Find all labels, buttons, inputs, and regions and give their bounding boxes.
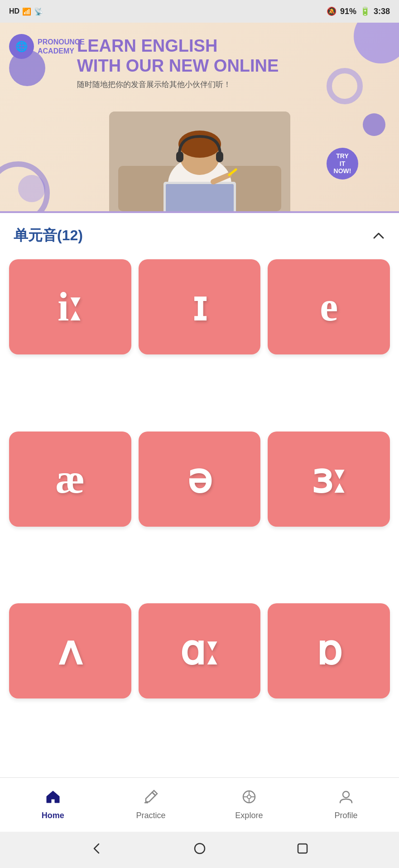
nav-home[interactable]: Home xyxy=(30,786,76,824)
nav-profile[interactable]: Profile xyxy=(323,786,369,824)
svg-rect-6 xyxy=(216,151,223,162)
banner-illustration xyxy=(109,112,290,211)
battery-text: 91% xyxy=(340,7,356,16)
banner-subtitle: 随时随地把你的发音展示给其他小伙伴们听！ xyxy=(77,79,385,90)
svg-point-18 xyxy=(343,791,349,798)
nav-practice-label: Practice xyxy=(136,811,166,820)
home-button[interactable] xyxy=(193,842,206,858)
practice-icon xyxy=(143,789,159,808)
system-nav xyxy=(0,832,399,868)
bottom-nav: Home Practice Explore xyxy=(0,777,399,832)
status-bar: HD 📶 📡 🔕 91% 🔋 3:38 xyxy=(0,0,399,23)
recents-button[interactable] xyxy=(296,842,309,858)
phoneme-card-8[interactable]: ɒ xyxy=(268,603,390,698)
phoneme-card-0[interactable]: iː xyxy=(9,259,131,354)
phoneme-symbol-7: ɑː xyxy=(180,630,219,671)
status-right: 🔕 91% 🔋 3:38 xyxy=(327,6,390,16)
phoneme-symbol-0: iː xyxy=(58,286,82,327)
banner-text-content: LEARN ENGLISH WITH OUR NEW ONLINE 随时随地把你… xyxy=(0,23,399,90)
nav-profile-label: Profile xyxy=(335,811,358,820)
phoneme-symbol-5: ɜː xyxy=(311,459,346,499)
promo-banner[interactable]: 🌐 PRONOUNCE ACADEMY LEARN ENGLISH WITH O… xyxy=(0,23,399,213)
status-left: HD 📶 📡 xyxy=(9,7,43,16)
nav-explore-label: Explore xyxy=(235,811,263,820)
svg-rect-20 xyxy=(298,844,307,853)
phoneme-card-6[interactable]: ʌ xyxy=(9,603,131,698)
svg-rect-5 xyxy=(176,151,183,162)
svg-rect-8 xyxy=(166,184,234,211)
home-icon xyxy=(45,789,61,808)
explore-icon xyxy=(241,789,257,808)
phoneme-card-2[interactable]: e xyxy=(268,259,390,354)
signal-icon: 📶 xyxy=(22,7,31,16)
collapse-button[interactable] xyxy=(372,229,385,242)
phoneme-symbol-2: e xyxy=(320,286,338,327)
phoneme-symbol-3: æ xyxy=(55,459,85,499)
phoneme-card-1[interactable]: ɪ xyxy=(139,259,261,354)
phoneme-symbol-1: ɪ xyxy=(192,286,207,327)
nav-practice[interactable]: Practice xyxy=(127,786,175,824)
svg-point-19 xyxy=(195,844,205,853)
phoneme-symbol-6: ʌ xyxy=(58,630,82,671)
nav-explore[interactable]: Explore xyxy=(226,786,272,824)
phoneme-card-3[interactable]: æ xyxy=(9,432,131,527)
phoneme-symbol-8: ɒ xyxy=(316,630,342,671)
wifi-icon: 📡 xyxy=(34,7,43,16)
phoneme-card-5[interactable]: ɜː xyxy=(268,432,390,527)
banner-title: LEARN ENGLISH WITH OUR NEW ONLINE xyxy=(77,36,385,76)
svg-point-4 xyxy=(178,131,221,158)
phoneme-card-7[interactable]: ɑː xyxy=(139,603,261,698)
deco-circle-outline-1 xyxy=(0,161,50,213)
phoneme-grid: iː ɪ e æ ə ɜː ʌ ɑː ɒ xyxy=(0,255,399,777)
time-display: 3:38 xyxy=(374,7,390,16)
section-header: 单元音(12) xyxy=(0,213,399,255)
banner-image xyxy=(109,112,290,211)
battery-icon: 🔋 xyxy=(360,6,370,16)
mute-icon: 🔕 xyxy=(327,6,337,16)
svg-point-13 xyxy=(247,795,251,799)
phoneme-card-4[interactable]: ə xyxy=(139,432,261,527)
nav-home-label: Home xyxy=(42,811,64,820)
phoneme-symbol-4: ə xyxy=(187,459,212,499)
back-button[interactable] xyxy=(91,842,103,858)
try-it-badge[interactable]: TRY IT NOW! xyxy=(327,148,358,179)
hd-badge: HD xyxy=(9,7,19,15)
profile-icon xyxy=(338,789,354,808)
section-title: 单元音(12) xyxy=(14,226,83,246)
deco-circle-2 xyxy=(363,113,385,136)
